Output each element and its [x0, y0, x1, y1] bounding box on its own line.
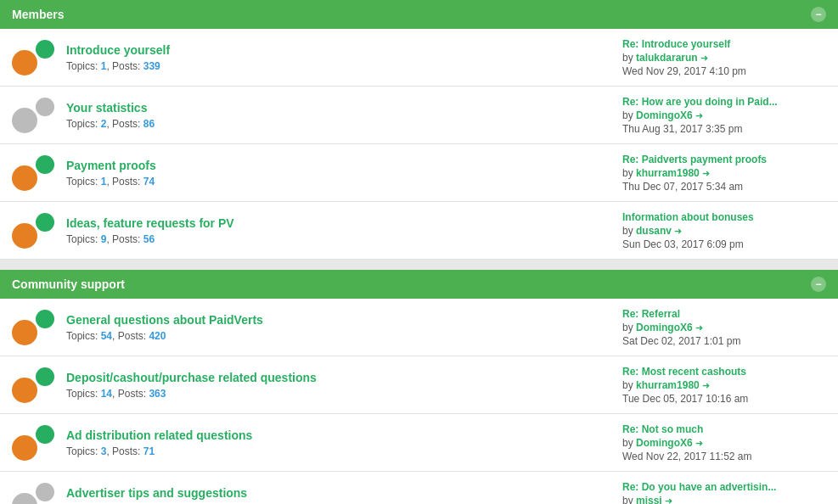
- topics-link[interactable]: 14: [101, 388, 112, 400]
- forum-title-link[interactable]: Advertiser tips and suggestions: [66, 486, 605, 500]
- forum-stats: Topics: 1, Posts: 339: [66, 60, 605, 72]
- last-post-title-link[interactable]: Information about bonuses: [622, 211, 826, 223]
- arrow-icon: ➜: [700, 53, 708, 63]
- last-post-info: Re: How are you doing in Paid...by Domin…: [605, 96, 826, 135]
- avatar-small: [36, 98, 54, 116]
- forum-title-link[interactable]: General questions about PaidVerts: [66, 313, 605, 327]
- collapse-button[interactable]: −: [811, 277, 826, 292]
- avatar-group: [12, 425, 54, 461]
- topics-link[interactable]: 9: [101, 233, 107, 245]
- last-post-date: Wed Nov 29, 2017 4:10 pm: [622, 65, 826, 77]
- last-post-author-link[interactable]: missi: [636, 495, 662, 505]
- topics-link[interactable]: 2: [101, 118, 107, 130]
- forum-row: Deposit/cashout/purchase related questio…: [0, 356, 838, 414]
- last-post-info: Re: Not so muchby DomingoX6 ➜Wed Nov 22,…: [605, 423, 826, 462]
- forum-row: Payment proofsTopics: 1, Posts: 74Re: Pa…: [0, 144, 838, 202]
- forum-stats: Topics: 9, Posts: 56: [66, 233, 605, 245]
- avatar-group: [12, 310, 54, 345]
- last-post-info: Re: Introduce yourselfby talukdararun ➜W…: [605, 38, 826, 77]
- last-post-author-link[interactable]: DomingoX6: [636, 109, 693, 121]
- avatar-group: [12, 40, 54, 76]
- posts-link[interactable]: 86: [143, 118, 155, 130]
- avatar-small: [36, 310, 54, 328]
- posts-link[interactable]: 339: [143, 60, 160, 72]
- last-post-info: Re: Most recent cashoutsby khurram1980 ➜…: [605, 366, 826, 405]
- forum-title-link[interactable]: Introduce yourself: [66, 43, 605, 57]
- last-post-date: Thu Dec 07, 2017 5:34 am: [622, 181, 826, 193]
- posts-link[interactable]: 420: [149, 330, 166, 342]
- last-post-author-link[interactable]: khurram1980: [636, 167, 700, 179]
- forum-title-link[interactable]: Deposit/cashout/purchase related questio…: [66, 371, 605, 384]
- last-post-date: Tue Dec 05, 2017 10:16 am: [622, 393, 826, 405]
- forum-stats: Topics: 14, Posts: 363: [66, 388, 605, 400]
- avatar-group: [12, 483, 54, 505]
- forum-info: Deposit/cashout/purchase related questio…: [66, 371, 605, 400]
- avatar-group: [12, 367, 54, 403]
- avatar-group: [12, 213, 54, 249]
- section-title: Community support: [12, 277, 125, 291]
- avatar-big: [12, 493, 37, 505]
- last-post-by: by khurram1980 ➜: [622, 379, 826, 391]
- arrow-icon: ➜: [702, 380, 710, 390]
- section-header-community-support: Community support−: [0, 270, 838, 299]
- last-post-title-link[interactable]: Re: Referral: [622, 308, 826, 320]
- forum-row: Ad distribution related questionsTopics:…: [0, 414, 838, 472]
- topics-link[interactable]: 54: [101, 330, 112, 342]
- last-post-title-link[interactable]: Re: Not so much: [622, 423, 826, 435]
- avatar-small: [36, 155, 54, 174]
- topics-link[interactable]: 3: [101, 445, 107, 457]
- avatar-big: [12, 165, 37, 191]
- arrow-icon: ➜: [695, 322, 703, 333]
- topics-link[interactable]: 1: [101, 176, 107, 188]
- last-post-by: by missi ➜: [622, 495, 826, 505]
- arrow-icon: ➜: [674, 226, 682, 236]
- forum-info: Ideas, feature requests for PVTopics: 9,…: [66, 216, 605, 245]
- topics-link[interactable]: 1: [101, 60, 107, 72]
- collapse-button[interactable]: −: [811, 7, 826, 22]
- avatar-big: [12, 108, 37, 133]
- last-post-by: by DomingoX6 ➜: [622, 322, 826, 333]
- posts-link[interactable]: 363: [149, 388, 166, 400]
- last-post-author-link[interactable]: DomingoX6: [636, 437, 693, 449]
- forum-stats: Topics: 3, Posts: 71: [66, 445, 605, 457]
- posts-link[interactable]: 74: [143, 176, 155, 188]
- last-post-info: Information about bonusesby dusanv ➜Sun …: [605, 211, 826, 250]
- last-post-info: Re: Do you have an advertisin...by missi…: [605, 481, 826, 505]
- last-post-title-link[interactable]: Re: Do you have an advertisin...: [622, 481, 826, 493]
- forum-section-members: Members−Introduce yourselfTopics: 1, Pos…: [0, 0, 838, 260]
- forum-title-link[interactable]: Your statistics: [66, 101, 605, 115]
- forum-title-link[interactable]: Payment proofs: [66, 159, 605, 172]
- avatar-big: [12, 50, 37, 76]
- avatar-group: [12, 155, 54, 191]
- posts-link[interactable]: 56: [143, 233, 155, 245]
- forum-row: Advertiser tips and suggestionsTopics: 5…: [0, 472, 838, 504]
- avatar-small: [36, 425, 54, 444]
- section-spacer: [0, 260, 838, 270]
- avatar-big: [12, 378, 37, 403]
- last-post-by: by dusanv ➜: [622, 225, 826, 237]
- forum-info: Payment proofsTopics: 1, Posts: 74: [66, 159, 605, 188]
- last-post-title-link[interactable]: Re: Introduce yourself: [622, 38, 826, 50]
- posts-link[interactable]: 71: [143, 445, 155, 457]
- last-post-author-link[interactable]: talukdararun: [636, 52, 698, 64]
- forum-title-link[interactable]: Ad distribution related questions: [66, 428, 605, 442]
- forum-row: Introduce yourselfTopics: 1, Posts: 339R…: [0, 29, 838, 87]
- section-header-members: Members−: [0, 0, 838, 29]
- forum-row: Your statisticsTopics: 2, Posts: 86Re: H…: [0, 87, 838, 144]
- last-post-author-link[interactable]: dusanv: [636, 225, 672, 237]
- forum-info: Advertiser tips and suggestionsTopics: 5…: [66, 486, 605, 505]
- forum-info: Introduce yourselfTopics: 1, Posts: 339: [66, 43, 605, 72]
- forum-title-link[interactable]: Ideas, feature requests for PV: [66, 216, 605, 230]
- last-post-author-link[interactable]: khurram1980: [636, 379, 700, 391]
- last-post-author-link[interactable]: DomingoX6: [636, 322, 693, 333]
- last-post-title-link[interactable]: Re: How are you doing in Paid...: [622, 96, 826, 108]
- forum-info: General questions about PaidVertsTopics:…: [66, 313, 605, 342]
- arrow-icon: ➜: [665, 496, 672, 505]
- arrow-icon: ➜: [695, 438, 703, 448]
- last-post-by: by DomingoX6 ➜: [622, 109, 826, 121]
- last-post-title-link[interactable]: Re: Paidverts payment proofs: [622, 154, 826, 165]
- avatar-big: [12, 223, 37, 249]
- forum-section-community-support: Community support−General questions abou…: [0, 270, 838, 504]
- avatar-group: [12, 98, 54, 133]
- last-post-title-link[interactable]: Re: Most recent cashouts: [622, 366, 826, 378]
